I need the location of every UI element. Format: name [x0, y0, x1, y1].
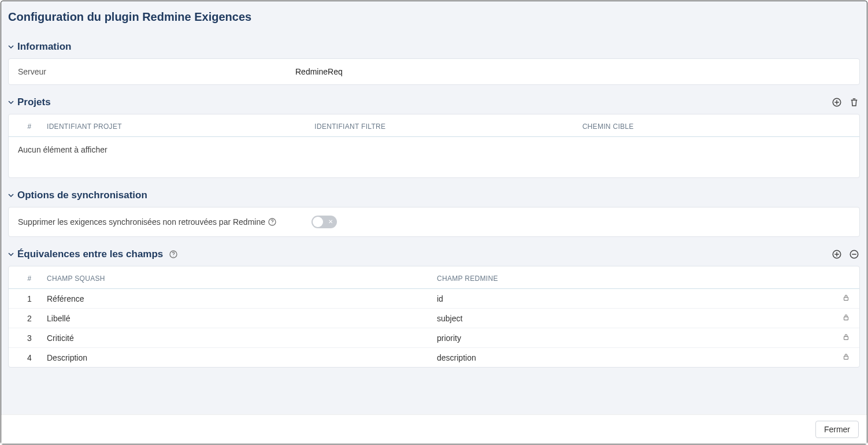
col-project-id: IDENTIFIANT PROJET: [41, 123, 314, 131]
dialog-header: Configuration du plugin Redmine Exigence…: [1, 1, 867, 29]
svg-rect-13: [844, 317, 848, 320]
col-num: #: [18, 275, 41, 283]
col-num: #: [18, 123, 41, 131]
field-equivalences-panel: # CHAMP SQUASH CHAMP REDMINE 1Référencei…: [8, 266, 860, 368]
delete-project-button[interactable]: [848, 97, 860, 108]
delete-not-found-toggle[interactable]: ✕: [311, 216, 337, 228]
row-redmine-field: priority: [437, 333, 827, 343]
server-value[interactable]: RedmineReq: [295, 67, 343, 76]
svg-rect-12: [844, 297, 848, 300]
col-squash-field: CHAMP SQUASH: [41, 275, 437, 283]
row-num: 4: [18, 353, 41, 362]
dialog-footer: Fermer: [1, 414, 867, 444]
plugin-config-dialog: Configuration du plugin Redmine Exigence…: [1, 1, 867, 444]
dialog-body[interactable]: Information Serveur RedmineReq Projets: [1, 29, 867, 414]
projects-table-header: # IDENTIFIANT PROJET IDENTIFIANT FILTRE …: [9, 114, 859, 137]
table-row[interactable]: 2Libellésubject: [9, 309, 859, 328]
lock-icon: [827, 333, 850, 343]
add-field-mapping-button[interactable]: [831, 249, 843, 260]
section-sync-options: Options de synchronisation Supprimer les…: [8, 190, 860, 237]
field-equivalences-table: # CHAMP SQUASH CHAMP REDMINE 1Référencei…: [9, 266, 859, 367]
section-title-sync-options: Options de synchronisation: [17, 190, 147, 201]
table-row[interactable]: 4Descriptiondescription: [9, 348, 859, 367]
sync-options-panel: Supprimer les exigences synchronisées no…: [8, 207, 860, 237]
delete-not-found-label: Supprimer les exigences synchronisées no…: [18, 217, 277, 227]
section-field-equivalences: Équivalences entre les champs: [8, 249, 860, 368]
chevron-down-icon[interactable]: [8, 44, 14, 50]
row-num: 3: [18, 333, 41, 343]
chevron-down-icon[interactable]: [8, 192, 14, 198]
table-row[interactable]: 3Criticitépriority: [9, 328, 859, 348]
row-num: 2: [18, 314, 41, 323]
section-projects: Projets # IDENTIFIANT PROJET IDEN: [8, 97, 860, 178]
col-redmine-field: CHAMP REDMINE: [437, 275, 827, 283]
projects-table: # IDENTIFIANT PROJET IDENTIFIANT FILTRE …: [9, 114, 859, 177]
chevron-down-icon[interactable]: [8, 251, 14, 257]
chevron-down-icon[interactable]: [8, 99, 14, 105]
svg-rect-15: [844, 356, 848, 359]
col-target-path: CHEMIN CIBLE: [583, 123, 850, 131]
server-label: Serveur: [18, 67, 295, 76]
row-squash-field: Référence: [41, 294, 437, 303]
svg-rect-14: [844, 336, 848, 339]
information-panel: Serveur RedmineReq: [8, 58, 860, 85]
row-redmine-field: description: [437, 353, 827, 362]
dialog-title: Configuration du plugin Redmine Exigence…: [8, 10, 860, 24]
remove-field-mapping-button[interactable]: [848, 249, 860, 260]
svg-point-4: [272, 224, 272, 224]
lock-icon: [827, 294, 850, 303]
lock-icon: [827, 313, 850, 323]
close-button[interactable]: Fermer: [815, 421, 859, 438]
section-title-projects: Projets: [17, 97, 51, 108]
section-title-field-equivalences: Équivalences entre les champs: [17, 249, 163, 260]
field-equivalences-body: 1Référenceid2Libellésubject3Criticitépri…: [9, 289, 859, 367]
col-filter-id: IDENTIFIANT FILTRE: [314, 123, 582, 131]
row-squash-field: Description: [41, 353, 437, 362]
help-icon[interactable]: [169, 250, 178, 259]
table-row[interactable]: 1Référenceid: [9, 289, 859, 309]
section-information: Information Serveur RedmineReq: [8, 41, 860, 85]
field-equivalences-header: # CHAMP SQUASH CHAMP REDMINE: [9, 266, 859, 289]
row-squash-field: Criticité: [41, 333, 437, 343]
projects-panel: # IDENTIFIANT PROJET IDENTIFIANT FILTRE …: [8, 114, 860, 178]
server-row: Serveur RedmineReq: [9, 59, 859, 84]
row-redmine-field: id: [437, 294, 827, 303]
help-icon[interactable]: [268, 217, 277, 227]
lock-icon: [827, 353, 850, 362]
row-num: 1: [18, 294, 41, 303]
row-squash-field: Libellé: [41, 314, 437, 323]
add-project-button[interactable]: [831, 97, 843, 108]
section-title-information: Information: [17, 41, 72, 53]
svg-point-6: [173, 256, 174, 257]
projects-empty-message: Aucun élément à afficher: [9, 137, 859, 177]
row-redmine-field: subject: [437, 314, 827, 323]
